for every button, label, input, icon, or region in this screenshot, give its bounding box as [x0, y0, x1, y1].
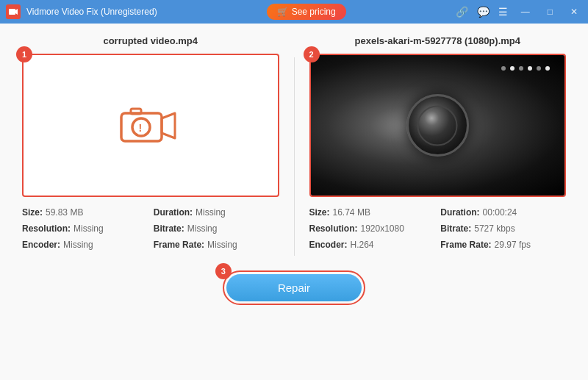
right-size-label: Size:	[309, 207, 330, 218]
right-panel-title: pexels-akari-m-5927778 (1080p).mp4	[355, 35, 520, 46]
lens-center	[406, 94, 469, 157]
bottom-area: 3 Repair	[223, 270, 365, 305]
repair-badge: 3	[215, 263, 232, 279]
left-resolution-label: Resolution:	[22, 223, 71, 234]
left-info-row-2: Resolution: Missing Bitrate: Missing	[22, 223, 279, 234]
repair-button-outer: Repair	[223, 270, 365, 305]
minimize-button[interactable]: —	[517, 5, 534, 18]
title-bar: Vidmore Video Fix (Unregistered) 🛒 See p…	[0, 0, 588, 24]
right-bitrate-value: 5727 kbps	[474, 223, 514, 234]
svg-text:!: !	[138, 122, 142, 134]
left-resolution-cell: Resolution: Missing	[22, 223, 148, 234]
title-bar-right: 🔗 💬 ☰ — □ ✕	[456, 5, 582, 18]
svg-rect-0	[9, 9, 15, 15]
lens-dot-3	[519, 66, 523, 71]
right-encoder-cell: Encoder: H.264	[309, 240, 435, 250]
menu-icon[interactable]: ☰	[498, 6, 508, 18]
title-bar-center: 🛒 See pricing	[267, 4, 346, 20]
left-info-row-1: Size: 59.83 MB Duration: Missing	[22, 207, 279, 218]
right-size-value: 16.74 MB	[333, 207, 370, 218]
left-resolution-value: Missing	[74, 223, 104, 234]
right-bitrate-label: Bitrate:	[440, 223, 471, 234]
repair-badge-wrap: 3 Repair	[223, 270, 365, 305]
left-encoder-cell: Encoder: Missing	[22, 240, 148, 250]
left-duration-label: Duration:	[154, 207, 193, 218]
left-panel-title: corrupted video.mp4	[103, 35, 198, 46]
lens-dot-6	[545, 66, 550, 71]
left-encoder-label: Encoder:	[22, 240, 60, 250]
lens-inner	[417, 105, 458, 146]
left-size-cell: Size: 59.83 MB	[22, 207, 148, 218]
right-bitrate-cell: Bitrate: 5727 kbps	[440, 223, 566, 234]
vertical-divider	[294, 57, 295, 256]
see-pricing-button[interactable]: 🛒 See pricing	[267, 4, 346, 20]
see-pricing-label: See pricing	[292, 7, 336, 17]
left-bitrate-label: Bitrate:	[154, 223, 184, 234]
lens-dot-4	[528, 66, 532, 71]
left-framerate-label: Frame Rate:	[154, 240, 204, 250]
left-panel: corrupted video.mp4 1 !	[22, 35, 279, 256]
left-info-table: Size: 59.83 MB Duration: Missing Resolut…	[22, 207, 279, 256]
panels-row: corrupted video.mp4 1 !	[22, 35, 566, 256]
right-resolution-label: Resolution:	[309, 223, 358, 234]
right-encoder-value: H.264	[351, 240, 374, 250]
right-duration-value: 00:00:24	[483, 207, 517, 218]
lens-dots	[501, 66, 550, 71]
right-size-cell: Size: 16.74 MB	[309, 207, 435, 218]
lens-dot-1	[501, 66, 506, 71]
right-video-box[interactable]	[309, 54, 567, 197]
right-duration-label: Duration:	[440, 207, 479, 218]
lens-dot-2	[510, 66, 514, 71]
main-content: corrupted video.mp4 1 !	[0, 24, 588, 380]
chat-icon[interactable]: 💬	[477, 6, 490, 18]
app-title: Vidmore Video Fix (Unregistered)	[26, 7, 157, 17]
right-info-row-2: Resolution: 1920x1080 Bitrate: 5727 kbps	[309, 223, 567, 234]
right-info-row-3: Encoder: H.264 Frame Rate: 29.97 fps	[309, 240, 567, 250]
right-resolution-cell: Resolution: 1920x1080	[309, 223, 435, 234]
link-icon[interactable]: 🔗	[456, 6, 468, 18]
left-badge-container: 1 !	[22, 54, 279, 197]
right-encoder-label: Encoder:	[309, 240, 348, 250]
left-video-box[interactable]: !	[22, 54, 279, 197]
left-bitrate-cell: Bitrate: Missing	[154, 223, 279, 234]
reference-video-thumbnail	[311, 55, 565, 196]
svg-rect-5	[131, 109, 141, 114]
left-framerate-cell: Frame Rate: Missing	[154, 240, 279, 250]
left-size-label: Size:	[22, 207, 43, 218]
left-encoder-value: Missing	[63, 240, 93, 250]
left-info-row-3: Encoder: Missing Frame Rate: Missing	[22, 240, 279, 250]
right-badge-container: 2	[309, 54, 567, 197]
right-panel: pexels-akari-m-5927778 (1080p).mp4 2	[309, 35, 567, 256]
right-framerate-value: 29.97 fps	[495, 240, 531, 250]
right-framerate-label: Frame Rate:	[440, 240, 491, 250]
left-badge: 1	[16, 46, 32, 62]
left-duration-value: Missing	[196, 207, 226, 218]
repair-button[interactable]: Repair	[226, 274, 362, 301]
right-info-row-1: Size: 16.74 MB Duration: 00:00:24	[309, 207, 567, 218]
left-bitrate-value: Missing	[187, 223, 218, 234]
right-duration-cell: Duration: 00:00:24	[440, 207, 566, 218]
svg-marker-6	[162, 113, 175, 138]
app-logo	[6, 4, 21, 19]
close-button[interactable]: ✕	[566, 5, 582, 18]
left-size-value: 59.83 MB	[46, 207, 83, 218]
right-badge: 2	[304, 46, 320, 62]
left-framerate-value: Missing	[207, 240, 237, 250]
left-duration-cell: Duration: Missing	[154, 207, 279, 218]
right-resolution-value: 1920x1080	[361, 223, 404, 234]
cart-icon: 🛒	[277, 7, 288, 17]
maximize-button[interactable]: □	[543, 5, 557, 18]
corrupted-video-icon: !	[118, 100, 184, 151]
right-info-table: Size: 16.74 MB Duration: 00:00:24 Resolu…	[309, 207, 567, 256]
lens-dot-5	[537, 66, 541, 71]
title-bar-left: Vidmore Video Fix (Unregistered)	[6, 4, 157, 19]
right-framerate-cell: Frame Rate: 29.97 fps	[440, 240, 566, 250]
svg-marker-1	[15, 9, 18, 15]
